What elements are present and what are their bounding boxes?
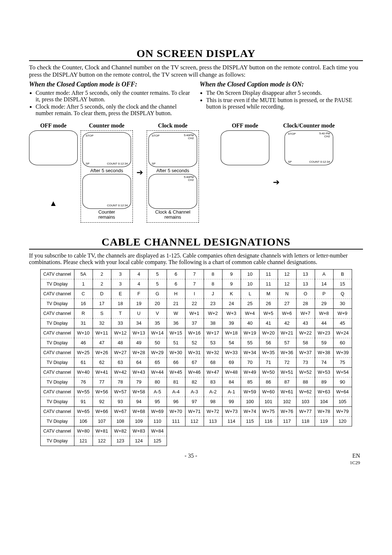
tvdisplay-cell: 22 xyxy=(185,299,204,308)
tvdisplay-cell: 54 xyxy=(222,338,241,348)
catv-cell: W+8 xyxy=(315,308,333,318)
tvdisplay-cell: 60 xyxy=(333,338,352,348)
tvdisplay-cell: 62 xyxy=(93,357,111,367)
screen-time-ch-label: 5:40PMCH2 xyxy=(184,176,194,182)
label-off-mode: OFF mode xyxy=(40,122,67,129)
tvdisplay-cell: 79 xyxy=(130,377,148,387)
tvdisplay-cell: 30 xyxy=(333,299,352,308)
screen-stop-label: STOP xyxy=(152,134,160,137)
tvdisplay-cell: 104 xyxy=(315,397,333,406)
catv-cell: 3 xyxy=(111,269,130,279)
screen-time-ch-label: 5:40PMCH2 xyxy=(184,134,194,140)
catv-cell: I xyxy=(185,289,204,299)
tvdisplay-row-label: TV Display xyxy=(40,318,74,328)
cable-channel-table: CATV channel5A2345678910111213ABTV Displ… xyxy=(40,269,352,446)
catv-cell: 10 xyxy=(241,269,259,279)
catv-cell: W+29 xyxy=(148,348,167,357)
cc-on-bullet: This is true even if the MUTE button is … xyxy=(206,97,363,110)
tvdisplay-cell: 103 xyxy=(296,397,315,406)
screen-count-label: COUNT 0:12:34 xyxy=(107,162,128,165)
after-5-label: After 5 seconds xyxy=(148,168,197,173)
tvdisplay-row-label: TV Display xyxy=(40,299,74,308)
catv-cell: P xyxy=(315,289,333,299)
tvdisplay-cell: 121 xyxy=(74,436,93,446)
tvdisplay-cell: 36 xyxy=(167,318,185,328)
catv-cell: L xyxy=(241,289,259,299)
tvdisplay-cell: 97 xyxy=(185,397,204,406)
tvdisplay-cell: 3 xyxy=(111,279,130,289)
catv-cell: W+79 xyxy=(333,406,352,416)
tvdisplay-row-label: TV Display xyxy=(40,338,74,348)
tvdisplay-row-label: TV Display xyxy=(40,357,74,367)
tvdisplay-cell: 92 xyxy=(93,397,111,406)
tvdisplay-cell: 29 xyxy=(315,299,333,308)
catv-cell: R xyxy=(74,308,93,318)
tvdisplay-cell: 98 xyxy=(204,397,222,406)
catv-cell: W+64 xyxy=(333,387,352,397)
tvdisplay-cell: 7 xyxy=(185,279,204,289)
tvdisplay-cell: 37 xyxy=(185,318,204,328)
screen-counter-remains: COUNT 0:12:34 xyxy=(82,174,131,209)
tvdisplay-cell: 124 xyxy=(130,436,148,446)
catv-cell: W+68 xyxy=(130,406,148,416)
catv-cell: W+9 xyxy=(333,308,352,318)
tvdisplay-cell: 74 xyxy=(315,357,333,367)
tvdisplay-cell: 71 xyxy=(259,357,278,367)
screen-count-label: COUNT 0:12:34 xyxy=(107,204,128,207)
tvdisplay-cell: 87 xyxy=(278,377,296,387)
tvdisplay-cell: 77 xyxy=(93,377,111,387)
catv-cell: W+36 xyxy=(278,348,296,357)
catv-cell: H xyxy=(167,289,185,299)
catv-cell: W+19 xyxy=(241,328,259,338)
tvdisplay-cell: 1 xyxy=(74,279,93,289)
screen-clock-full: STOP 5:40PMCH2 SP xyxy=(148,132,197,167)
tvdisplay-cell: 10 xyxy=(241,279,259,289)
tvdisplay-cell: 4 xyxy=(130,279,148,289)
section-title-osd: ON SCREEN DISPLAY xyxy=(29,47,363,61)
tvdisplay-cell: 68 xyxy=(204,357,222,367)
catv-cell: A-3 xyxy=(185,387,204,397)
tvdisplay-cell: 28 xyxy=(296,299,315,308)
catv-row-label: CATV channel xyxy=(40,367,74,377)
catv-cell: W+40 xyxy=(74,367,93,377)
catv-cell: W+10 xyxy=(74,328,93,338)
catv-cell: W+83 xyxy=(130,426,148,436)
tvdisplay-cell: 102 xyxy=(278,397,296,406)
catv-cell: W+78 xyxy=(315,406,333,416)
catv-cell: W+30 xyxy=(167,348,185,357)
after-5-label: After 5 seconds xyxy=(82,168,131,173)
tvdisplay-cell: 112 xyxy=(185,416,204,426)
label-counter-mode: Counter mode xyxy=(89,122,124,129)
osd-intro: To check the Counter, Clock and Channel … xyxy=(29,64,363,78)
tvdisplay-cell: 83 xyxy=(204,377,222,387)
catv-cell: W+77 xyxy=(296,406,315,416)
catv-cell: W+55 xyxy=(74,387,93,397)
catv-cell: W+3 xyxy=(222,308,241,318)
label-off-mode: OFF mode xyxy=(232,122,258,129)
tvdisplay-cell: 88 xyxy=(296,377,315,387)
catv-cell: W+47 xyxy=(204,367,222,377)
screen-time-ch-label: 5:40 PMCH2 xyxy=(319,132,330,138)
arrow-up-icon: ▲ xyxy=(49,199,57,207)
tvdisplay-cell: 81 xyxy=(167,377,185,387)
catv-cell: 7 xyxy=(185,269,204,279)
catv-cell: 2 xyxy=(93,269,111,279)
tvdisplay-cell: 64 xyxy=(130,357,148,367)
catv-cell: W+46 xyxy=(185,367,204,377)
catv-cell: D xyxy=(93,289,111,299)
doc-code: 1C29 xyxy=(350,460,360,465)
tvdisplay-cell: 109 xyxy=(130,416,148,426)
tvdisplay-cell: 49 xyxy=(130,338,148,348)
tvdisplay-cell: 55 xyxy=(241,338,259,348)
catv-cell: W+34 xyxy=(241,348,259,357)
tvdisplay-cell: 24 xyxy=(222,299,241,308)
tvdisplay-cell: 13 xyxy=(296,279,315,289)
tvdisplay-cell: 57 xyxy=(278,338,296,348)
tvdisplay-cell: 90 xyxy=(333,377,352,387)
catv-cell: W+70 xyxy=(167,406,185,416)
catv-cell: W+22 xyxy=(296,328,315,338)
tvdisplay-cell: 65 xyxy=(148,357,167,367)
tvdisplay-cell: 41 xyxy=(259,318,278,328)
lang-code: EN xyxy=(352,453,360,459)
tvdisplay-cell: 5 xyxy=(148,279,167,289)
